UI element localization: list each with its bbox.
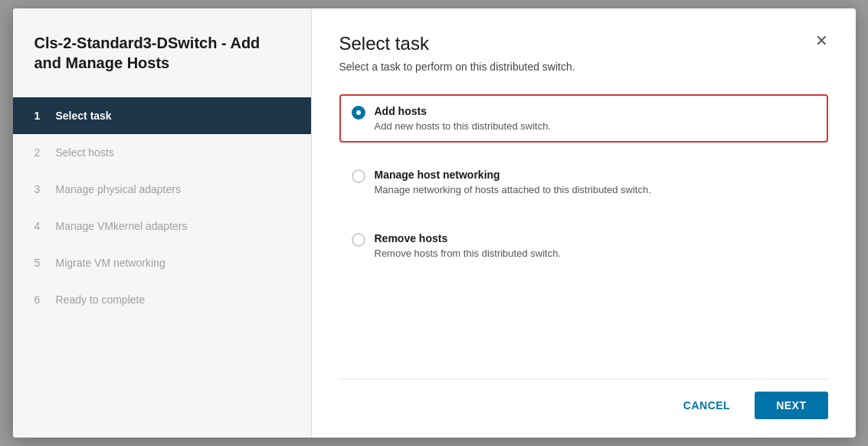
next-button[interactable]: NEXT [755,392,827,419]
step-label-6: Ready to complete [56,294,146,306]
cancel-button[interactable]: CANCEL [668,392,745,419]
option-text-remove-hosts: Remove hostsRemove hosts from this distr… [375,232,561,259]
step-number-3: 3 [34,183,47,195]
sidebar: Cls-2-Standard3-DSwitch - Add and Manage… [13,8,312,438]
option-text-manage-host-networking: Manage host networkingManage networking … [375,169,651,195]
sidebar-step-1: 1Select task [13,97,311,134]
step-number-4: 4 [34,220,47,232]
step-label-5: Migrate VM networking [56,257,165,269]
step-number-5: 5 [34,257,47,269]
step-label-4: Manage VMkernel adapters [56,220,188,232]
step-list: 1Select task2Select hosts3Manage physica… [13,97,311,318]
content-panel: Select task ✕ Select a task to perform o… [312,8,856,438]
sidebar-step-4[interactable]: 4Manage VMkernel adapters [13,208,311,244]
dialog-title: Cls-2-Standard3-DSwitch - Add and Manage… [13,33,311,97]
option-label-remove-hosts: Remove hosts [375,232,561,244]
sidebar-step-5[interactable]: 5Migrate VM networking [13,244,311,281]
option-add-hosts[interactable]: Add hostsAdd new hosts to this distribut… [339,94,828,143]
close-button[interactable]: ✕ [815,33,828,48]
radio-manage-host-networking [352,169,365,183]
content-header: Select task ✕ [339,33,828,54]
content-subtitle: Select a task to perform on this distrib… [339,61,828,73]
radio-add-hosts [352,106,365,120]
dialog: Cls-2-Standard3-DSwitch - Add and Manage… [13,8,856,438]
option-label-add-hosts: Add hosts [375,105,552,117]
step-number-2: 2 [34,146,47,159]
step-label-3: Manage physical adapters [56,183,181,195]
option-manage-host-networking[interactable]: Manage host networkingManage networking … [339,158,828,206]
options-list: Add hostsAdd new hosts to this distribut… [339,94,828,379]
option-remove-hosts[interactable]: Remove hostsRemove hosts from this distr… [339,221,828,270]
step-label-1: Select task [56,110,112,122]
step-number-1: 1 [34,110,47,122]
step-number-6: 6 [34,294,47,306]
option-desc-remove-hosts: Remove hosts from this distributed switc… [375,248,561,259]
sidebar-step-2[interactable]: 2Select hosts [13,134,311,171]
step-label-2: Select hosts [56,146,114,159]
sidebar-step-3[interactable]: 3Manage physical adapters [13,171,311,208]
radio-remove-hosts [352,233,365,247]
option-desc-manage-host-networking: Manage networking of hosts attached to t… [375,184,651,195]
footer: CANCEL NEXT [339,379,828,419]
option-label-manage-host-networking: Manage host networking [375,169,651,181]
sidebar-step-6[interactable]: 6Ready to complete [13,281,311,318]
content-title: Select task [339,33,429,54]
option-text-add-hosts: Add hostsAdd new hosts to this distribut… [375,105,552,132]
option-desc-add-hosts: Add new hosts to this distributed switch… [375,120,552,132]
